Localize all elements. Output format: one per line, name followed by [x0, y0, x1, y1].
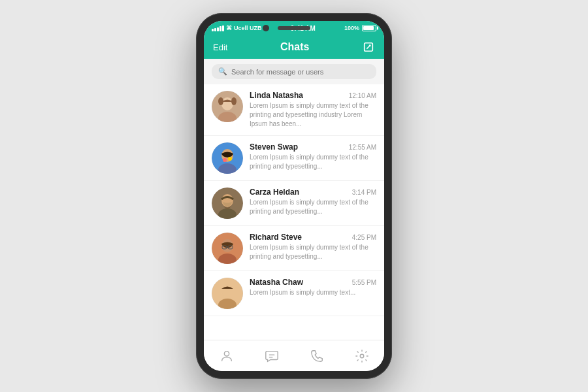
chat-time: 4:25 PM [352, 234, 376, 241]
signal-icon [212, 25, 224, 31]
svg-point-23 [224, 351, 229, 355]
avatar [212, 91, 243, 122]
chat-content: Richard Steve 4:25 PM Lorem Ipsum is sim… [250, 233, 376, 261]
chat-preview: Lorem Ipsum is simply dummy text of the … [250, 153, 376, 171]
compose-button[interactable] [362, 41, 375, 54]
list-item[interactable]: Steven Swap 12:55 AM Lorem Ipsum is simp… [204, 136, 384, 181]
search-input-wrap[interactable]: 🔍 [212, 64, 376, 79]
nav-person[interactable] [220, 349, 234, 363]
battery-fill [363, 26, 374, 30]
list-item[interactable]: Richard Steve 4:25 PM Lorem Ipsum is sim… [204, 226, 384, 271]
status-right: 100% [344, 25, 376, 31]
chat-time: 12:10 AM [349, 92, 376, 99]
battery-icon [362, 25, 376, 31]
chat-header-row: Carza Heldan 3:14 PM [250, 188, 376, 197]
chat-name: Steven Swap [250, 142, 298, 152]
chat-preview: Lorem Ipsum is simply dummy text of the … [250, 243, 376, 261]
edit-button[interactable]: Edit [213, 42, 227, 52]
chat-name: Linda Natasha [250, 91, 303, 100]
chat-header-row: Natasha Chaw 5:55 PM [250, 278, 376, 287]
chat-content: Steven Swap 12:55 AM Lorem Ipsum is simp… [250, 142, 376, 171]
svg-point-2 [221, 97, 233, 110]
search-input[interactable] [231, 68, 370, 76]
chat-content: Linda Natasha 12:10 AM Lorem Ipsum is si… [250, 91, 376, 129]
svg-point-9 [223, 158, 227, 162]
nav-phone[interactable] [310, 349, 324, 363]
chat-header-row: Linda Natasha 12:10 AM [250, 91, 376, 100]
chat-time: 5:55 PM [352, 279, 376, 286]
status-left: ⌘ Ucell UZB [212, 25, 262, 31]
svg-point-10 [228, 157, 232, 161]
phone-device: ⌘ Ucell UZB 9:41 AM 100% Edit Chats [196, 13, 392, 379]
list-item[interactable]: Linda Natasha 12:10 AM Lorem Ipsum is si… [204, 84, 384, 136]
list-item[interactable]: Natasha Chaw 5:55 PM Lorem Ipsum is simp… [204, 271, 384, 316]
phone-screen: ⌘ Ucell UZB 9:41 AM 100% Edit Chats [204, 21, 384, 371]
wifi-icon: ⌘ [226, 25, 232, 31]
avatar [212, 142, 243, 174]
bottom-nav [204, 340, 384, 371]
chat-name: Carza Heldan [250, 188, 299, 197]
avatar [212, 278, 243, 309]
header-title: Chats [280, 41, 309, 53]
avatar [212, 233, 243, 264]
chat-content: Carza Heldan 3:14 PM Lorem Ipsum is simp… [250, 188, 376, 216]
list-item[interactable]: Carza Heldan 3:14 PM Lorem Ipsum is simp… [204, 181, 384, 226]
search-icon: 🔍 [218, 67, 227, 76]
nav-settings[interactable] [355, 349, 369, 363]
chat-content: Natasha Chaw 5:55 PM Lorem Ipsum is simp… [250, 278, 376, 297]
phone-speaker [278, 26, 310, 30]
carrier-text: Ucell UZB [234, 25, 262, 31]
chat-preview: Lorem Ipsum is simply dummy text of the … [250, 198, 376, 216]
battery-percent: 100% [344, 25, 359, 31]
chat-time: 12:55 AM [349, 144, 376, 151]
phone-camera [263, 25, 269, 31]
chat-name: Richard Steve [250, 233, 302, 242]
chat-header-row: Steven Swap 12:55 AM [250, 142, 376, 152]
svg-point-26 [360, 354, 364, 358]
chat-time: 3:14 PM [352, 189, 376, 196]
svg-point-21 [221, 284, 233, 297]
chat-header-row: Richard Steve 4:25 PM [250, 233, 376, 242]
chat-name: Natasha Chaw [250, 278, 303, 287]
nav-chat[interactable] [265, 349, 279, 363]
search-bar: 🔍 [204, 59, 384, 84]
chat-preview: Lorem Ipsum is simply dummy text... [250, 288, 376, 297]
avatar [212, 188, 243, 219]
chat-header: Edit Chats [204, 35, 384, 59]
chat-preview: Lorem Ipsum is simply dummy text of the … [250, 101, 376, 129]
chat-list: Linda Natasha 12:10 AM Lorem Ipsum is si… [204, 84, 384, 340]
